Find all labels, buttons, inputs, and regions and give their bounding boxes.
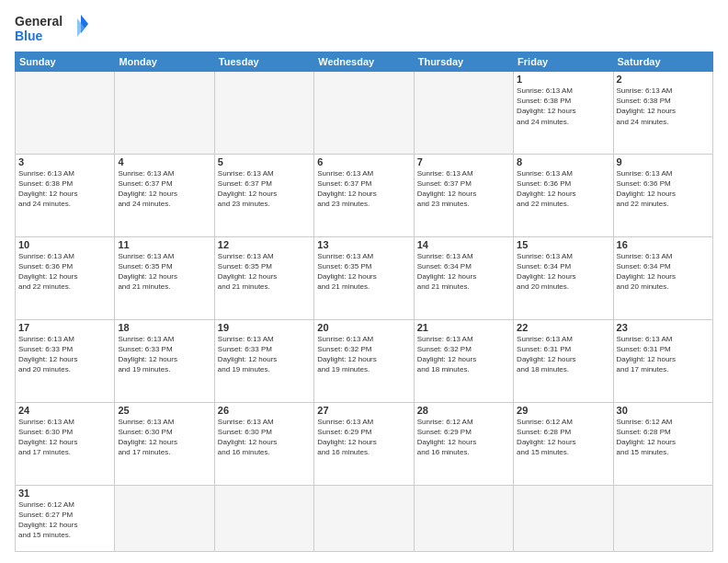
day-info: Sunrise: 6:13 AM Sunset: 6:31 PM Dayligh… (617, 334, 710, 375)
calendar-cell (414, 72, 513, 155)
day-info: Sunrise: 6:13 AM Sunset: 6:29 PM Dayligh… (317, 417, 410, 458)
calendar-cell: 6Sunrise: 6:13 AM Sunset: 6:37 PM Daylig… (314, 154, 414, 236)
calendar-week-row: 24Sunrise: 6:13 AM Sunset: 6:30 PM Dayli… (16, 402, 713, 485)
calendar-cell: 28Sunrise: 6:12 AM Sunset: 6:29 PM Dayli… (414, 402, 513, 485)
calendar-cell: 13Sunrise: 6:13 AM Sunset: 6:35 PM Dayli… (314, 236, 414, 319)
day-info: Sunrise: 6:13 AM Sunset: 6:33 PM Dayligh… (218, 334, 311, 375)
weekday-header-row: Sunday Monday Tuesday Wednesday Thursday… (16, 52, 713, 72)
day-number: 21 (417, 322, 510, 333)
calendar-cell: 24Sunrise: 6:13 AM Sunset: 6:30 PM Dayli… (16, 402, 115, 485)
calendar-cell: 15Sunrise: 6:13 AM Sunset: 6:34 PM Dayli… (514, 236, 613, 319)
day-info: Sunrise: 6:13 AM Sunset: 6:37 PM Dayligh… (317, 168, 410, 210)
header-friday: Friday (514, 52, 613, 72)
calendar-week-row: 31Sunrise: 6:12 AM Sunset: 6:27 PM Dayli… (16, 485, 713, 551)
day-number: 19 (218, 322, 311, 333)
calendar-cell: 18Sunrise: 6:13 AM Sunset: 6:33 PM Dayli… (115, 319, 214, 402)
day-number: 4 (118, 156, 210, 167)
calendar-week-row: 10Sunrise: 6:13 AM Sunset: 6:36 PM Dayli… (16, 236, 713, 319)
calendar-week-row: 3Sunrise: 6:13 AM Sunset: 6:38 PM Daylig… (16, 154, 713, 236)
calendar-cell: 14Sunrise: 6:13 AM Sunset: 6:34 PM Dayli… (414, 236, 513, 319)
day-number: 3 (18, 156, 111, 167)
calendar-cell: 2Sunrise: 6:13 AM Sunset: 6:38 PM Daylig… (613, 72, 712, 155)
day-number: 30 (617, 405, 710, 416)
day-number: 10 (18, 239, 111, 250)
day-number: 13 (317, 239, 410, 250)
day-number: 7 (417, 156, 510, 167)
calendar-cell: 16Sunrise: 6:13 AM Sunset: 6:34 PM Dayli… (613, 236, 712, 319)
calendar-cell: 25Sunrise: 6:13 AM Sunset: 6:30 PM Dayli… (115, 402, 214, 485)
calendar-cell: 27Sunrise: 6:13 AM Sunset: 6:29 PM Dayli… (314, 402, 414, 485)
calendar-cell (414, 485, 513, 551)
calendar-cell (214, 485, 313, 551)
day-number: 27 (317, 405, 410, 416)
header-monday: Monday (115, 52, 214, 72)
day-info: Sunrise: 6:13 AM Sunset: 6:36 PM Dayligh… (617, 168, 710, 210)
day-info: Sunrise: 6:13 AM Sunset: 6:30 PM Dayligh… (18, 417, 111, 458)
header-sunday: Sunday (16, 52, 115, 72)
day-number: 31 (18, 488, 111, 499)
day-number: 23 (617, 322, 710, 333)
day-info: Sunrise: 6:13 AM Sunset: 6:32 PM Dayligh… (417, 334, 510, 375)
calendar-cell (314, 72, 414, 155)
day-info: Sunrise: 6:13 AM Sunset: 6:37 PM Dayligh… (218, 168, 311, 210)
day-number: 9 (617, 156, 710, 167)
day-info: Sunrise: 6:13 AM Sunset: 6:33 PM Dayligh… (18, 334, 111, 375)
day-number: 24 (18, 405, 111, 416)
calendar-cell (115, 72, 214, 155)
day-info: Sunrise: 6:13 AM Sunset: 6:36 PM Dayligh… (18, 251, 111, 293)
day-number: 18 (118, 322, 210, 333)
day-info: Sunrise: 6:13 AM Sunset: 6:32 PM Dayligh… (317, 334, 410, 375)
svg-text:Blue: Blue (15, 29, 43, 43)
day-number: 11 (118, 239, 210, 250)
calendar-cell: 4Sunrise: 6:13 AM Sunset: 6:37 PM Daylig… (115, 154, 214, 236)
calendar-cell: 1Sunrise: 6:13 AM Sunset: 6:38 PM Daylig… (514, 72, 613, 155)
day-info: Sunrise: 6:13 AM Sunset: 6:38 PM Dayligh… (617, 86, 710, 127)
day-info: Sunrise: 6:12 AM Sunset: 6:28 PM Dayligh… (517, 417, 609, 458)
calendar-cell: 3Sunrise: 6:13 AM Sunset: 6:38 PM Daylig… (16, 154, 115, 236)
calendar-cell: 23Sunrise: 6:13 AM Sunset: 6:31 PM Dayli… (613, 319, 712, 402)
day-number: 6 (317, 156, 410, 167)
day-number: 2 (617, 74, 710, 85)
day-number: 8 (517, 156, 609, 167)
logo: General Blue (15, 11, 88, 46)
calendar-cell (115, 485, 214, 551)
calendar-cell: 22Sunrise: 6:13 AM Sunset: 6:31 PM Dayli… (514, 319, 613, 402)
calendar-cell (613, 485, 712, 551)
calendar-cell: 30Sunrise: 6:12 AM Sunset: 6:28 PM Dayli… (613, 402, 712, 485)
svg-text:General: General (15, 14, 63, 29)
calendar-cell: 5Sunrise: 6:13 AM Sunset: 6:37 PM Daylig… (214, 154, 313, 236)
calendar-cell: 31Sunrise: 6:12 AM Sunset: 6:27 PM Dayli… (16, 485, 115, 551)
day-info: Sunrise: 6:13 AM Sunset: 6:36 PM Dayligh… (517, 168, 609, 210)
calendar-cell: 20Sunrise: 6:13 AM Sunset: 6:32 PM Dayli… (314, 319, 414, 402)
calendar-cell: 8Sunrise: 6:13 AM Sunset: 6:36 PM Daylig… (514, 154, 613, 236)
calendar-cell: 9Sunrise: 6:13 AM Sunset: 6:36 PM Daylig… (613, 154, 712, 236)
day-info: Sunrise: 6:13 AM Sunset: 6:31 PM Dayligh… (517, 334, 609, 375)
day-info: Sunrise: 6:13 AM Sunset: 6:37 PM Dayligh… (118, 168, 210, 210)
day-number: 22 (517, 322, 609, 333)
header-thursday: Thursday (414, 52, 513, 72)
day-number: 29 (517, 405, 609, 416)
calendar-table: Sunday Monday Tuesday Wednesday Thursday… (15, 52, 713, 552)
day-number: 20 (317, 322, 410, 333)
calendar-cell: 29Sunrise: 6:12 AM Sunset: 6:28 PM Dayli… (514, 402, 613, 485)
day-info: Sunrise: 6:13 AM Sunset: 6:37 PM Dayligh… (417, 168, 510, 210)
calendar-cell: 10Sunrise: 6:13 AM Sunset: 6:36 PM Dayli… (16, 236, 115, 319)
day-number: 1 (517, 74, 609, 85)
calendar-cell: 26Sunrise: 6:13 AM Sunset: 6:30 PM Dayli… (214, 402, 313, 485)
generalblue-logo-icon: General Blue (15, 11, 88, 46)
day-number: 17 (18, 322, 111, 333)
day-info: Sunrise: 6:12 AM Sunset: 6:28 PM Dayligh… (617, 417, 710, 458)
day-info: Sunrise: 6:13 AM Sunset: 6:35 PM Dayligh… (218, 251, 311, 293)
header-saturday: Saturday (613, 52, 712, 72)
calendar-cell: 21Sunrise: 6:13 AM Sunset: 6:32 PM Dayli… (414, 319, 513, 402)
calendar-cell: 19Sunrise: 6:13 AM Sunset: 6:33 PM Dayli… (214, 319, 313, 402)
page: General Blue Sunday Monday Tuesday Wedne… (0, 0, 728, 563)
calendar-cell (214, 72, 313, 155)
header-wednesday: Wednesday (314, 52, 414, 72)
day-info: Sunrise: 6:13 AM Sunset: 6:34 PM Dayligh… (617, 251, 710, 293)
day-number: 5 (218, 156, 311, 167)
calendar-cell: 17Sunrise: 6:13 AM Sunset: 6:33 PM Dayli… (16, 319, 115, 402)
day-info: Sunrise: 6:13 AM Sunset: 6:34 PM Dayligh… (517, 251, 609, 293)
calendar-cell (16, 72, 115, 155)
day-number: 15 (517, 239, 609, 250)
